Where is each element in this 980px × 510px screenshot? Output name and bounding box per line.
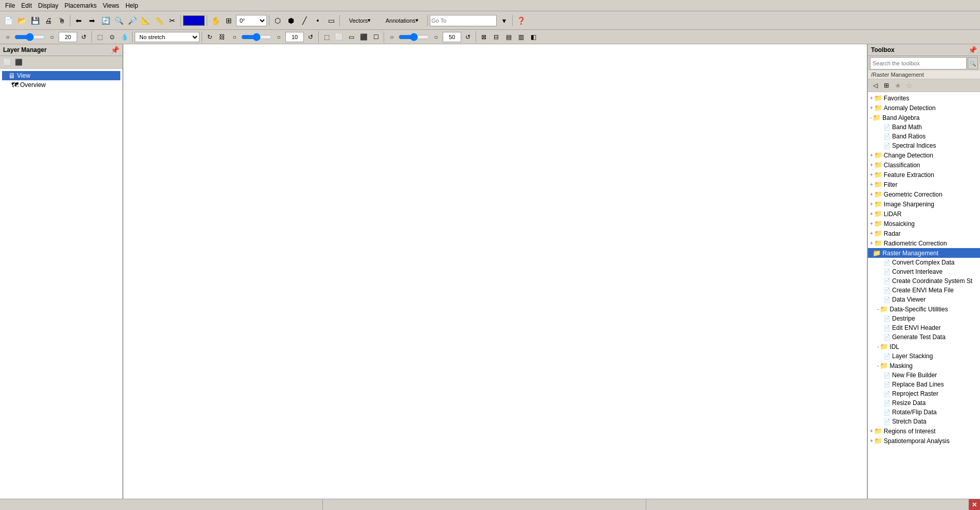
menu-help[interactable]: Help [122,1,141,10]
zoom-slider-2[interactable] [241,33,272,41]
stretch-dropdown[interactable]: No stretch Linear Histogram Equalize Gau… [135,32,199,42]
tb2-select-circle[interactable]: ⊙ [106,31,118,43]
tb2-circle6[interactable]: ○ [430,31,442,43]
tb2-snap3[interactable]: ▤ [503,31,514,43]
toolbox-tree-item-4[interactable]: 📄Band Ratios [868,132,980,141]
toolbox-tree-item-9[interactable]: +📁Filter [868,180,980,189]
menu-file[interactable]: File [2,1,18,10]
toolbox-tree-item-12[interactable]: +📁LiDAR [868,209,980,219]
tb-ruler[interactable]: 📏 [153,14,165,27]
tb-print[interactable]: 🖨 [42,14,55,27]
status-close-btn[interactable]: ✕ [969,499,980,511]
toolbox-tree-item-1[interactable]: +📁Anomaly Detection [868,103,980,113]
toolbox-pin[interactable]: 📌 [968,46,977,54]
tb2-btn5[interactable]: ☐ [370,31,382,43]
toolbox-tree-item-10[interactable]: +📁Geometric Correction [868,189,980,199]
tb2-refresh[interactable]: ↺ [78,31,89,43]
tb2-snap2[interactable]: ⊟ [491,31,502,43]
expand-icon-26[interactable]: - [877,344,879,349]
toolbox-tree-item-27[interactable]: 📄Layer Stacking [868,351,980,361]
tb2-circle2[interactable]: ○ [46,31,58,43]
toolbox-tree-item-31[interactable]: 📄Reproject Raster [868,389,980,398]
toolbox-star2[interactable]: ☆ [904,80,914,91]
toolbox-search-btn[interactable]: 🔍 [968,57,978,69]
toolbox-tree-item-17[interactable]: 📄Convert Complex Data [868,258,980,267]
expand-icon-36[interactable]: + [870,438,873,444]
tb-refresh[interactable]: 🔄 [99,14,112,27]
menu-display[interactable]: Display [35,1,61,10]
tb2-chain[interactable]: ⛓ [216,31,228,43]
toolbox-tree-item-8[interactable]: +📁Feature Extraction [868,170,980,180]
toolbox-tree-item-23[interactable]: 📄Destripe [868,314,980,323]
tb2-snap4[interactable]: ▥ [515,31,527,43]
toolbox-search-input[interactable] [870,57,967,69]
tb-pan[interactable]: ✋ [209,14,222,27]
tree-item-overview[interactable]: 🗺 Overview [10,80,120,90]
expand-icon-14[interactable]: + [870,231,873,236]
expand-icon-22[interactable]: - [877,306,879,312]
toolbox-tree-item-0[interactable]: +📁Favorites [868,93,980,103]
toolbox-tree-item-14[interactable]: +📁Radar [868,228,980,238]
tb2-pick[interactable]: 💧 [119,31,130,43]
toolbox-nav-toggle[interactable]: ⊞ [881,80,892,91]
expand-icon-2[interactable]: - [870,115,872,120]
toolbox-tree-item-13[interactable]: +📁Mosaicking [868,219,980,228]
tb2-btn3[interactable]: ▭ [346,31,357,43]
zoom-slider-3[interactable] [398,33,429,41]
expand-icon-15[interactable]: + [870,240,873,246]
tb-cursor[interactable]: 🖱 [56,14,68,27]
expand-icon-35[interactable]: + [870,428,873,434]
toolbox-tree-item-15[interactable]: +📁Radiometric Correction [868,238,980,248]
toolbox-tree-item-35[interactable]: +📁Regions of Interest [868,426,980,436]
expand-icon-9[interactable]: + [870,182,873,187]
tb2-btn4[interactable]: ⬛ [358,31,369,43]
tb2-circle3[interactable]: ○ [229,31,240,43]
toolbox-tree-item-26[interactable]: -📁IDL [868,342,980,351]
toolbox-tree-item-32[interactable]: 📄Resize Data [868,398,980,408]
layer-expand-all[interactable]: ⬛ [13,57,24,67]
toolbox-tree-item-2[interactable]: -📁Band Algebra [868,113,980,122]
tb2-snap1[interactable]: ⊠ [478,31,489,43]
toolbox-tree-item-20[interactable]: 📄Create ENVI Meta File [868,286,980,295]
zoom-slider-1[interactable] [14,33,45,41]
tb2-btn2[interactable]: ⬜ [333,31,344,43]
tb-arrow1[interactable]: ⬅ [72,14,85,27]
color-box[interactable] [183,15,205,26]
tb2-refresh3[interactable]: ↺ [462,31,474,43]
tb-zoom-extent[interactable]: ⊞ [223,14,235,27]
zoom-value-3[interactable]: 50 [443,32,461,42]
tb2-select-rect[interactable]: ⬚ [94,31,105,43]
tb-polygon[interactable]: ⬢ [285,14,297,27]
tb2-circle[interactable]: ○ [2,31,13,43]
vectors-dropdown-btn[interactable]: Vectors ▾ [342,14,378,27]
tb2-btn1[interactable]: ⬚ [321,31,332,43]
zoom-value-2[interactable]: 10 [285,32,304,42]
zoom-value-1[interactable]: 20 [59,32,77,42]
tb2-circle4[interactable]: ○ [273,31,284,43]
toolbox-tree-item-16[interactable]: -📁Raster Management [868,248,980,258]
toolbox-tree-item-33[interactable]: 📄Rotate/Flip Data [868,408,980,417]
toolbox-tree-item-11[interactable]: +📁Image Sharpening [868,199,980,209]
expand-icon-16[interactable]: - [870,250,872,256]
expand-icon-0[interactable]: + [870,95,873,101]
expand-icon-10[interactable]: + [870,191,873,197]
tb-rect[interactable]: ▭ [325,14,337,27]
tb-help[interactable]: ❓ [515,14,527,27]
expand-icon-13[interactable]: + [870,221,873,226]
toolbox-tree-item-21[interactable]: 📄Data Viewer [868,295,980,304]
tree-item-view[interactable]: ▽ 🖥 View [2,71,120,80]
tb-cut[interactable]: ✂ [166,14,178,27]
toolbox-tree-item-7[interactable]: +📁Classification [868,160,980,170]
tb-save[interactable]: 💾 [29,14,41,27]
layer-collapse-all[interactable]: ⬜ [2,57,12,67]
toolbox-tree-item-22[interactable]: -📁Data-Specific Utilities [868,304,980,314]
tb-measure[interactable]: 📐 [139,14,152,27]
menu-placemarks[interactable]: Placemarks [61,1,100,10]
toolbox-tree-item-18[interactable]: 📄Convert Interleave [868,267,980,276]
toolbox-tree-item-29[interactable]: 📄New File Builder [868,371,980,380]
toolbox-tree-item-25[interactable]: 📄Generate Test Data [868,332,980,342]
tb-point[interactable]: • [312,14,324,27]
layer-manager-pin[interactable]: 📌 [111,46,119,54]
tb2-apply[interactable]: ↻ [204,31,215,43]
goto-btn[interactable]: ▾ [498,14,510,27]
